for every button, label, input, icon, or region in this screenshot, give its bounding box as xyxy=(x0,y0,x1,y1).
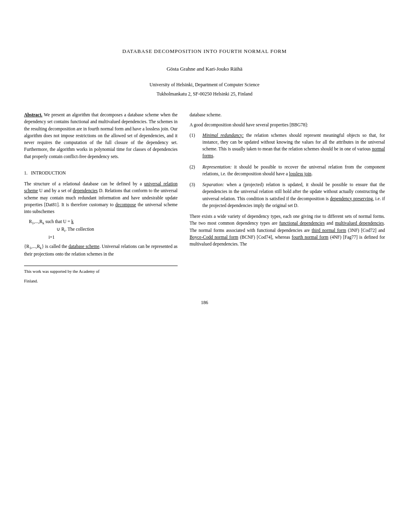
section1-para1: The structure of a relational database c… xyxy=(24,181,178,215)
list-num-2: (2) xyxy=(190,164,199,178)
term-normal-forms: normal forms xyxy=(202,146,385,158)
section1-number: 1. INTRODUCTION xyxy=(24,171,66,175)
page: DATABASE DECOMPOSITION INTO FOURTH NORMA… xyxy=(0,0,409,532)
term-bcnf: Boyce-Codd normal form xyxy=(190,235,238,240)
list-content-2: Representation: it should be possible to… xyxy=(202,164,385,178)
affiliation-line2: Tukholmankatu 2, SF-00250 Helsinki 25, F… xyxy=(24,91,385,97)
term-separation: Separation: xyxy=(202,182,224,187)
list-item-3: (3) Separation: when a (projected) relat… xyxy=(190,181,385,209)
left-column: Abstract. We present an algorithm that d… xyxy=(24,112,178,288)
term-lossless-join: lossless join xyxy=(289,171,312,176)
right-para3: There exists a wide variety of dependenc… xyxy=(190,213,385,248)
list-content-1: Minimal redundancy: the relation schemes… xyxy=(202,132,385,160)
term-multivalued-deps: multivalued dependencies xyxy=(335,221,384,225)
abstract-text: We present an algorithm that decomposes … xyxy=(24,112,178,159)
term-representation: Representation: xyxy=(202,164,232,169)
title-section: DATABASE DECOMPOSITION INTO FOURTH NORMA… xyxy=(24,48,385,97)
section1-para2: {R1,...,Rk} is called the database schem… xyxy=(24,243,178,258)
two-column-layout: Abstract. We present an algorithm that d… xyxy=(24,112,385,288)
term-dependency-preserving: dependency preserving xyxy=(330,196,373,201)
term-dependencies: dependencies xyxy=(73,188,98,193)
right-para1: database scheme. xyxy=(190,112,385,118)
affiliation-line1: University of Helsinki, Department of Co… xyxy=(24,82,385,88)
list-num-1: (1) xyxy=(190,132,199,160)
list-item-2: (2) Representation: it should be possibl… xyxy=(190,164,385,178)
list-item-1: (1) Minimal redundancy: the relation sch… xyxy=(190,132,385,160)
term-universal-relation-scheme: universal relation scheme xyxy=(24,181,178,193)
term-functional-deps: functional dependencies xyxy=(279,221,324,225)
footnote: This work was supported by the Academy o… xyxy=(24,266,178,284)
term-decompose: decompose xyxy=(115,202,136,207)
authors: Gösta Grahne and Kari-Jouko Räihä xyxy=(24,66,385,72)
term-third-normal-form: third normal form xyxy=(312,228,346,233)
term-database-scheme: database scheme xyxy=(69,244,99,249)
formula-block: R1,...,Rk such that U = k ∪ Ri. The coll… xyxy=(29,218,178,241)
list-num-3: (3) xyxy=(190,181,199,209)
right-column: database scheme. A good decomposition sh… xyxy=(190,112,385,288)
formula-text: R1,...,Rk such that U = k ∪ Ri. The coll… xyxy=(29,219,94,239)
section1-heading: 1. INTRODUCTION xyxy=(24,170,178,177)
right-para2: A good decomposition should have several… xyxy=(190,122,385,128)
abstract-label: Abstract. xyxy=(24,112,43,117)
list-content-3: Separation: when a (projected) relation … xyxy=(202,181,385,209)
abstract-paragraph: Abstract. We present an algorithm that d… xyxy=(24,112,178,160)
term-minimal-redundancy: Minimal redundancy: xyxy=(202,133,244,138)
page-number: 186 xyxy=(24,300,385,306)
paper-title: DATABASE DECOMPOSITION INTO FOURTH NORMA… xyxy=(24,48,385,55)
term-fourth-normal-form: fourth normal form xyxy=(292,235,328,240)
footnote-line2: Finland. xyxy=(24,278,178,284)
footnote-line1: This work was supported by the Academy o… xyxy=(24,268,178,275)
